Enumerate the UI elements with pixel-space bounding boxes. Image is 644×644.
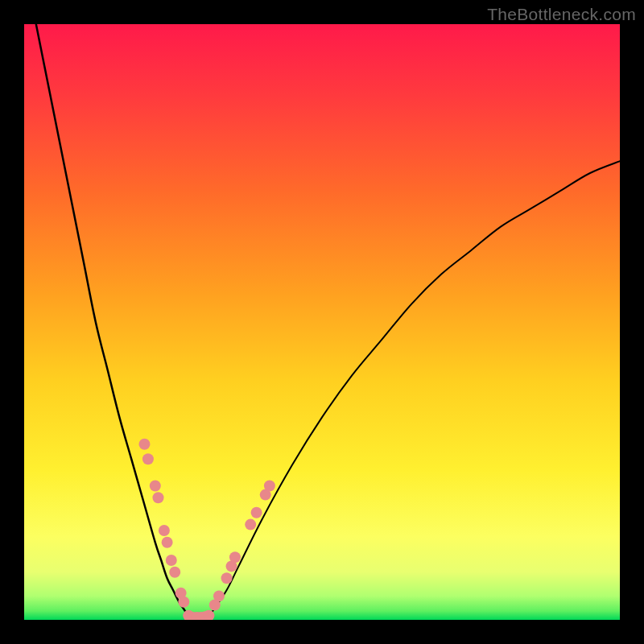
marker-dot (142, 453, 154, 464)
marker-dot (169, 567, 180, 578)
marker-dot (153, 492, 164, 503)
chart-plot (24, 24, 620, 620)
watermark-text: TheBottleneck.com (487, 5, 636, 24)
marker-dot (162, 537, 173, 548)
marker-dot (178, 597, 189, 608)
marker-dot (138, 439, 150, 450)
marker-dot (150, 481, 161, 492)
marker-dot (159, 525, 170, 536)
marker-dot (229, 551, 241, 563)
marker-dot (245, 519, 256, 530)
chart-frame (24, 24, 620, 620)
marker-dot (264, 481, 275, 492)
marker-dot (213, 590, 225, 601)
marker-dot (166, 555, 177, 566)
marker-dot (221, 572, 233, 584)
gradient-background (24, 24, 620, 620)
marker-dot (251, 507, 262, 518)
